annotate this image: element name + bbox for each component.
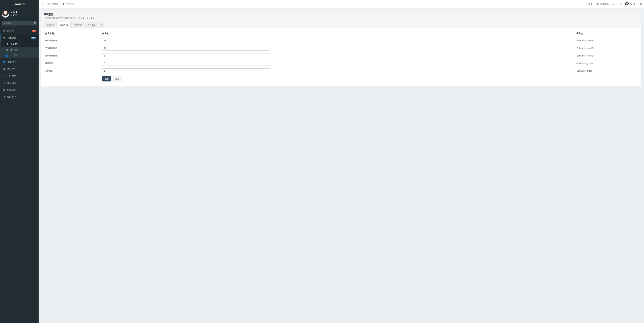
panel-tabs: 基础配置邀请配置字典配置授权地址+ [41,21,641,28]
sidebar-subitem-label: 系统配置 [10,42,19,46]
row-varname: {$site.invite_price} [575,59,639,67]
top-tab-label: 控制台 [52,3,58,6]
table-row: 邀请奖励{$site.invite_price} [44,59,639,67]
sidebar-subitem[interactable]: ▤附件管理 [1,47,38,53]
sidebar-badge: hot [32,30,36,32]
home-icon: ⌂ [586,3,587,5]
sidebar-item[interactable]: ⚙常规管理new [0,34,38,41]
clear-cache-label: 清除缓存 [600,3,608,6]
settings-link[interactable]: ⚙ [638,0,644,8]
panel-title: 系统配置 [44,13,639,16]
sidebar-toggle-button[interactable]: ≡ [38,0,46,8]
sidebar-item-label: 分红设置 [7,74,36,77]
language-icon: ⇄ [613,3,614,5]
sidebar-item[interactable]: ○分红设置 [0,72,38,79]
user-icon: 👤 [5,54,8,57]
sidebar-item[interactable]: ≡领取记录 [0,79,38,86]
top-tab-label: 系统配置 [66,2,74,5]
sidebar: Transfer Admin 在线 🔍 ⌘控制台hot⚙常规管理new✿系统配置… [0,0,38,323]
trash-icon: 🗑 [597,3,599,5]
panel-desc: 可以在此增改系统的变量和分组,也可以自定义分组和变量 [44,17,639,20]
sidebar-item[interactable]: ⌘控制台hot [0,27,38,34]
expand-icon: ⛶ [618,3,621,5]
search-input[interactable] [2,21,33,25]
col-label-header: 变量标题 [44,30,101,37]
add-tab-button[interactable]: + [99,22,104,28]
user-name: Admin [11,11,18,14]
circle-o-icon: ○ [2,75,6,77]
sidebar-search: 🔍 [0,19,38,27]
settings-icon: ⚙ [640,3,642,5]
config-value-input[interactable] [102,46,270,51]
dashboard-icon: ⌘ [48,3,50,5]
config-value-input[interactable] [102,53,270,58]
brand-text: Transfer [13,2,26,6]
top-tab[interactable]: ✿系统配置 [60,0,77,8]
row-label: 签到奖励 [44,67,101,75]
submit-button[interactable]: 确定 [102,76,111,81]
sidebar-nav: ⌘控制台hot⚙常规管理new✿系统配置▤附件管理👤个人资料👥权限管理‹◉代理管… [0,27,38,101]
sidebar-item-label: 领取记录 [7,81,36,84]
cogs-icon: ⚙ [2,36,6,39]
language-link[interactable]: ⇄ [611,0,616,8]
user-menu[interactable]: Admin [623,0,638,8]
search-button[interactable]: 🔍 [33,21,37,25]
user-panel: Admin 在线 [0,8,38,19]
cog-icon: ✿ [63,3,64,5]
sidebar-item-label: 结算记录 [7,88,36,91]
sidebar-subitem[interactable]: ✿系统配置 [1,41,38,47]
bars-icon: ≡ [2,82,6,84]
sidebar-item-label: 代理管理 [7,67,36,70]
reset-button[interactable]: 重置 [113,76,122,81]
clear-cache-link[interactable]: 🗑清除缓存 [595,0,611,8]
sidebar-item-label: 授权管理 [7,95,36,99]
config-value-input[interactable] [102,38,270,43]
sidebar-item[interactable]: 👥权限管理‹ [0,58,38,65]
row-varname: {$site.invite_level3} [575,52,639,59]
config-tab[interactable]: 基础配置 [44,22,57,28]
table-row: 一级邀请赠送{$site.invite_level1} [44,37,639,44]
sidebar-item[interactable]: ▥结算记录 [0,86,38,93]
sidebar-subitem[interactable]: 👤个人资料 [1,53,38,58]
fullscreen-link[interactable]: ⛶ [616,0,623,8]
col-var-header: 变量名 [575,30,639,37]
home-link[interactable]: ⌂主页 [584,0,595,8]
list-alt-icon: ▥ [2,89,6,91]
table-row: 二级邀请赠送{$site.invite_level2} [44,44,639,52]
chevron-left-icon: ‹ [36,61,36,63]
config-value-input[interactable] [102,61,270,66]
brand-logo: Transfer [0,0,38,8]
row-varname: {$site.invite_level1} [575,37,639,44]
top-tabs: ⌘控制台✿系统配置 [46,0,77,8]
config-table: 变量标题 变量值 变量名 一级邀请赠送{$site.invite_level1}… [44,30,639,75]
config-value-input[interactable] [102,68,270,73]
row-varname: {$site.invite_level2} [575,44,639,52]
search-icon: 🔍 [34,22,36,24]
topbar: ≡ ⌘控制台✿系统配置 ⌂主页 🗑清除缓存 ⇄ ⛶ Admin ⚙ [38,0,644,8]
chevron-left-icon: ‹ [36,68,36,70]
config-tab[interactable]: 邀请配置 [58,22,70,28]
sidebar-item[interactable]: $授权管理 [0,93,38,101]
config-tab[interactable]: 字典配置 [71,22,84,28]
group-icon: 👥 [2,61,6,63]
top-tab[interactable]: ⌘控制台 [46,0,60,8]
row-label: 二级邀请赠送 [44,44,101,52]
config-tab[interactable]: 授权地址 [85,22,98,28]
usd-icon: $ [2,96,6,98]
row-varname: {$site.sign_price} [575,67,639,75]
file-icon: ▤ [5,49,8,51]
row-label: 一级邀请赠送 [44,37,101,44]
topbar-user-label: Admin [630,3,636,5]
sidebar-subitem-label: 附件管理 [10,48,18,51]
sidebar-item-label: 权限管理 [7,60,36,63]
sidebar-item-label: 常规管理 [7,36,31,39]
config-panel: 系统配置 可以在此增改系统的变量和分组,也可以自定义分组和变量 基础配置邀请配置… [41,11,642,86]
user-status: 在线 [11,14,18,16]
sidebar-badge: new [31,37,36,39]
user-circle-icon: ◉ [2,68,6,70]
table-row: 三级邀请赠送{$site.invite_level3} [44,52,639,59]
sidebar-item[interactable]: ◉代理管理‹ [0,65,38,72]
avatar-small [625,2,629,6]
menu-icon: ≡ [42,3,43,5]
avatar [2,10,9,17]
